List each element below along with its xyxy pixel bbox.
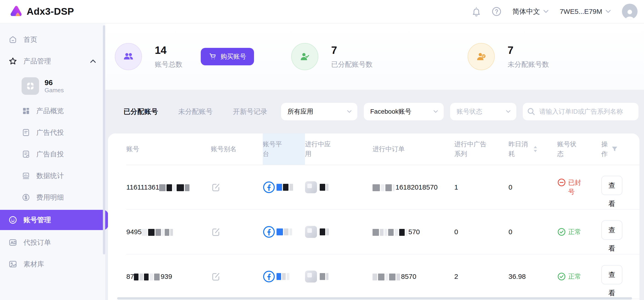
avatar[interactable] — [622, 4, 638, 19]
yesterday-spend-cell: 0 — [508, 183, 557, 191]
tab-1[interactable]: 未分配账号 — [178, 107, 213, 116]
redacted-block — [394, 229, 398, 236]
view-button[interactable]: 查看 — [601, 220, 622, 240]
platform-filter-select[interactable]: Facebook账号 — [364, 103, 444, 120]
column-header-5: 进行中广告系列 — [454, 133, 508, 165]
main-content: 14账号总数购买账号7已分配账号数7未分配账号数 已分配账号未分配账号开新号记录… — [105, 24, 644, 300]
redacted-block — [384, 229, 387, 236]
platform-cell — [263, 270, 305, 283]
redacted-block — [134, 273, 138, 280]
stats-section: 14账号总数购买账号7已分配账号数7未分配账号数 — [105, 24, 644, 90]
chevron-up-icon[interactable] — [90, 59, 96, 63]
column-header-3: 进行中应用 — [305, 133, 372, 165]
platform-cell — [263, 181, 305, 194]
sidebar-item-data-stats[interactable]: 数据统计 — [0, 167, 105, 185]
games-count: 96 — [44, 78, 64, 87]
redacted-block — [372, 184, 380, 191]
redacted-block — [185, 184, 190, 191]
column-header-4: 进行中订单 — [372, 133, 454, 165]
stat-card-1: 7已分配账号数 — [291, 43, 468, 70]
stat-label: 已分配账号数 — [331, 60, 372, 69]
search-input[interactable] — [538, 107, 634, 116]
app-filter-value: 所有应用 — [288, 107, 313, 116]
view-button[interactable]: 查看 — [601, 176, 622, 195]
redacted-block — [142, 229, 147, 236]
sidebar-item-account-mgmt[interactable]: 账号管理 — [0, 210, 108, 230]
bell-icon[interactable] — [472, 7, 481, 16]
platform-cell — [263, 226, 305, 238]
logo-mark-icon — [10, 5, 22, 18]
account-id: 87939 — [126, 273, 172, 280]
redacted-block — [283, 184, 288, 191]
redacted-block — [389, 273, 396, 280]
sidebar-item-fee-detail[interactable]: 费用明细 — [0, 188, 105, 207]
filter-funnel-icon[interactable] — [612, 146, 618, 152]
sidebar-item-agency-orders[interactable]: 代投订单 — [0, 233, 105, 252]
sidebar-item-label: 素材库 — [24, 259, 44, 269]
redacted-block — [372, 273, 377, 280]
buy-accounts-button[interactable]: 购买账号 — [201, 48, 254, 65]
app-icon — [305, 181, 317, 193]
sidebar-item-label: 广告代投 — [36, 128, 64, 137]
redacted-block — [326, 184, 328, 191]
running-campaigns-cell: 1 — [454, 183, 508, 191]
redacted-block — [290, 228, 292, 235]
action-cell: 查看 — [601, 269, 634, 284]
platform-filter-value: Facebook账号 — [370, 107, 411, 116]
sidebar-item-games[interactable]: 96Games — [0, 74, 105, 98]
edit-alias-icon[interactable] — [211, 227, 221, 237]
horizontal-scrollbar[interactable] — [117, 297, 632, 299]
accounts-table-card: 账号账号别名账号平台进行中应用进行中订单进行中广告系列昨日消耗账号状态操作 11… — [108, 133, 640, 300]
redacted-block — [276, 273, 281, 280]
app-shell: 首页产品管理96Games产品概览广告代投广告自投数据统计费用明细账号管理代投订… — [0, 24, 644, 300]
minus-circle-icon — [557, 178, 566, 187]
app-title: Adx3-DSP — [27, 6, 74, 17]
action-cell: 查看 — [601, 224, 634, 240]
sidebar-item-ad-self[interactable]: 广告自投 — [0, 145, 105, 163]
app-filter-select[interactable]: 所有应用 — [281, 103, 357, 120]
stat-label: 账号总数 — [155, 60, 182, 69]
account-selector[interactable]: 7WE5...E79M — [560, 8, 611, 16]
app-root: Adx3-DSP 简体中文 — [0, 0, 644, 300]
column-header-8[interactable]: 操作 — [601, 133, 634, 165]
account-status-cell: 已封号 — [557, 178, 601, 197]
column-header-6[interactable]: 昨日消耗 — [508, 133, 557, 165]
view-button[interactable]: 查看 — [601, 265, 622, 284]
redacted-block — [170, 229, 173, 236]
sidebar-item-product-mgmt[interactable]: 产品管理 — [0, 52, 105, 70]
status-filter-select[interactable]: 账号状态 — [450, 103, 516, 120]
running-app-cell — [305, 226, 372, 238]
home-icon — [8, 35, 18, 44]
action-cell: 查看 — [601, 180, 634, 195]
sidebar-scrollbar[interactable] — [103, 25, 105, 254]
tab-bar: 已分配账号未分配账号开新号记录 — [124, 107, 267, 116]
running-app-cell — [305, 270, 372, 282]
check-circle-icon — [557, 228, 566, 236]
edit-alias-icon[interactable] — [211, 271, 221, 282]
redacted-block — [320, 273, 325, 280]
app-logo[interactable]: Adx3-DSP — [10, 5, 74, 18]
column-header-0: 账号 — [126, 133, 211, 165]
running-app-cell — [305, 181, 372, 193]
sidebar-item-ad-agency[interactable]: 广告代投 — [0, 123, 105, 142]
help-icon[interactable] — [492, 7, 501, 16]
status-label: 已封号 — [568, 178, 583, 197]
tab-0[interactable]: 已分配账号 — [124, 107, 158, 116]
stat-card-2: 7未分配账号数 — [468, 43, 644, 70]
person-check-icon — [291, 43, 318, 70]
running-campaigns-cell: 0 — [454, 228, 508, 236]
sidebar-item-product-overview[interactable]: 产品概览 — [0, 102, 105, 120]
sidebar-item-label: 费用明细 — [36, 193, 64, 202]
sort-icon[interactable] — [533, 146, 538, 152]
account-id: 116111361 — [126, 183, 190, 191]
sidebar-item-home[interactable]: 首页 — [0, 30, 105, 49]
column-label: 账号 — [126, 144, 141, 154]
tab-2[interactable]: 开新号记录 — [233, 107, 267, 116]
edit-alias-icon[interactable] — [211, 182, 221, 192]
column-label: 操作 — [601, 139, 609, 159]
stat-value: 7 — [331, 44, 372, 56]
search-box[interactable] — [523, 103, 638, 120]
language-selector[interactable]: 简体中文 — [512, 7, 549, 16]
sidebar-item-asset-library[interactable]: 素材库 — [0, 255, 105, 273]
status-badge-banned: 已封号 — [557, 178, 583, 197]
